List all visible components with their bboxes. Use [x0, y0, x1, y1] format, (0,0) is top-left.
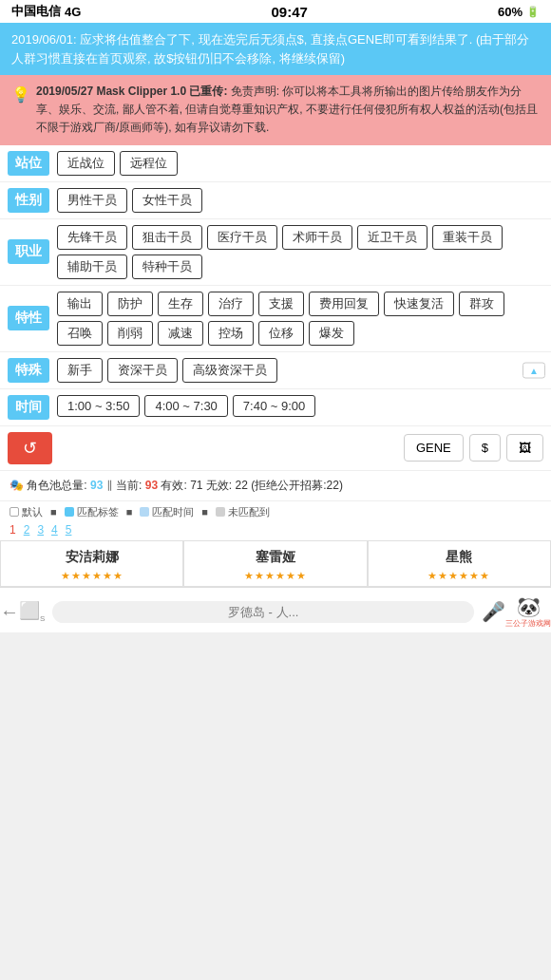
tag-control[interactable]: 控场 [208, 321, 254, 346]
gene-button[interactable]: GENE [404, 434, 464, 462]
filter-row-position: 站位 近战位 远程位 [0, 145, 551, 182]
status-bar: 中国电信 4G 09:47 60% 🔋 [0, 0, 551, 23]
tag-time-3[interactable]: 7:40 ~ 9:00 [233, 395, 315, 417]
tag-supporter[interactable]: 辅助干员 [57, 254, 127, 279]
legend-bullet-1: ■ [50, 506, 57, 518]
legend-dot-no-match [216, 507, 225, 517]
tag-caster[interactable]: 术师干员 [282, 225, 352, 250]
tag-shift[interactable]: 位移 [258, 321, 304, 346]
tag-defender[interactable]: 重装干员 [432, 225, 503, 250]
filter-panel: 站位 近战位 远程位 性别 男性干员 女性干员 职业 先锋干员 狙击干员 医疗干… [0, 145, 551, 426]
tag-fast-revive[interactable]: 快速复活 [384, 292, 454, 316]
legend-dot-match-tag [65, 507, 74, 517]
nav-tab[interactable]: ⬜S [19, 600, 45, 623]
search-input[interactable] [52, 601, 474, 623]
filter-tags-time: 1:00 ~ 3:50 4:00 ~ 7:30 7:40 ~ 9:00 [57, 395, 543, 417]
filter-tags-class: 先锋干员 狙击干员 医疗干员 术师干员 近卫干员 重装干员 辅助干员 特种干员 [57, 225, 543, 279]
tag-heal[interactable]: 治疗 [208, 292, 254, 316]
tag-senior[interactable]: 资深干员 [107, 358, 178, 383]
filter-row-time: 时间 1:00 ~ 3:50 4:00 ~ 7:30 7:40 ~ 9:00 [0, 389, 551, 426]
filter-label-time: 时间 [8, 395, 49, 420]
char-card-2[interactable]: 星熊 ★★★★★★ [369, 541, 550, 586]
tag-weaken[interactable]: 削弱 [107, 321, 153, 346]
mic-icon: 🎤 [482, 600, 505, 623]
pool-icon: 🎭 [10, 479, 24, 492]
pool-label: 角色池总量: [27, 479, 86, 492]
tag-burst[interactable]: 爆发 [309, 321, 354, 346]
brand-label: 三公子游戏网 [505, 618, 551, 629]
valid-label: 有效: [161, 479, 186, 492]
action-row: ↺ GENE $ 🖼 [0, 426, 551, 471]
notice-red-icon: 💡 [11, 83, 30, 138]
char-name-0: 安洁莉娜 [7, 549, 177, 566]
page-5[interactable]: 5 [66, 523, 72, 537]
legend-label-match-time: 匹配时间 [152, 505, 194, 519]
tag-top-senior[interactable]: 高级资深干员 [182, 358, 277, 383]
page-3[interactable]: 3 [37, 523, 44, 537]
filter-label-trait: 特性 [8, 306, 49, 330]
tag-medic[interactable]: 医疗干员 [207, 225, 277, 250]
tag-slow[interactable]: 减速 [158, 321, 203, 346]
nav-back[interactable]: ← [0, 601, 19, 623]
legend-item-default: 默认 [10, 505, 43, 519]
filter-tags-special: 新手 资深干员 高级资深干员 [57, 358, 543, 383]
current-count: 93 [145, 479, 158, 492]
filter-label-gender: 性别 [8, 188, 49, 213]
tag-defense[interactable]: 防护 [107, 292, 153, 316]
valid-count: 71 [190, 479, 202, 492]
reset-button[interactable]: ↺ [8, 432, 52, 464]
tag-guard[interactable]: 近卫干员 [357, 225, 428, 250]
invalid-count: 22 [236, 479, 248, 492]
bottom-nav: ← ⬜S 🎤 🐼 三公子游戏网 [0, 587, 551, 632]
brand-logo: 🐼 [517, 595, 541, 618]
tag-aoe[interactable]: 群攻 [459, 292, 504, 316]
char-card-1[interactable]: 塞雷娅 ★★★★★★ [184, 541, 366, 586]
filter-label-special: 特殊 [8, 358, 49, 383]
tag-near[interactable]: 近战位 [57, 151, 115, 176]
tag-far[interactable]: 远程位 [120, 151, 178, 176]
char-stars-2: ★★★★★★ [374, 570, 544, 582]
carrier-label: 中国电信 [11, 3, 61, 20]
tag-sniper[interactable]: 狙击干员 [132, 225, 202, 250]
tag-cost-recover[interactable]: 费用回复 [309, 292, 379, 316]
network-label: 4G [65, 5, 81, 19]
legend-label-default: 默认 [22, 505, 43, 519]
status-left: 中国电信 4G [11, 3, 81, 20]
tag-male[interactable]: 男性干员 [57, 188, 127, 213]
page-1[interactable]: 1 [10, 523, 16, 537]
tag-summon[interactable]: 召唤 [57, 321, 103, 346]
legend-bullet-2: ■ [126, 506, 133, 518]
scroll-up-button[interactable]: ▲ [522, 362, 545, 378]
notice-blue: 2019/06/01: 应求将估值整合了下, 现在选完后无须点$, 直接点GEN… [0, 23, 551, 75]
legend-item-match-tag: 匹配标签 [65, 505, 119, 519]
char-card-0[interactable]: 安洁莉娜 ★★★★★★ [1, 541, 182, 586]
char-name-1: 塞雷娅 [190, 549, 360, 566]
nav-brand[interactable]: 🐼 三公子游戏网 [505, 595, 551, 629]
page-2[interactable]: 2 [24, 523, 30, 537]
legend-label-match-tag: 匹配标签 [77, 505, 119, 519]
dollar-button[interactable]: $ [469, 434, 501, 462]
tag-time-1[interactable]: 1:00 ~ 3:50 [57, 395, 140, 417]
tag-support[interactable]: 支援 [258, 292, 304, 316]
char-stars-1: ★★★★★★ [190, 570, 360, 582]
tag-survive[interactable]: 生存 [158, 292, 203, 316]
filter-label-position: 站位 [8, 151, 49, 176]
image-button[interactable]: 🖼 [506, 434, 543, 462]
notice-blue-text: 2019/06/01: 应求将估值整合了下, 现在选完后无须点$, 直接点GEN… [11, 32, 529, 66]
legend-item-match-time: 匹配时间 [140, 505, 194, 519]
tag-specialist[interactable]: 特种干员 [132, 254, 202, 279]
battery-icon: 🔋 [526, 6, 540, 18]
tag-female[interactable]: 女性干员 [132, 188, 202, 213]
tag-pioneer[interactable]: 先锋干员 [57, 225, 127, 250]
recruit-note: (拒绝公开招募:22) [251, 479, 343, 492]
tag-time-2[interactable]: 4:00 ~ 7:30 [144, 395, 227, 417]
tag-output[interactable]: 输出 [57, 292, 103, 316]
filter-label-class: 职业 [8, 239, 49, 264]
nav-mic[interactable]: 🎤 [482, 600, 505, 623]
back-icon: ← [0, 601, 19, 623]
filter-section: 站位 近战位 远程位 性别 男性干员 女性干员 职业 先锋干员 狙击干员 医疗干… [0, 145, 551, 426]
legend-item-no-match: 未匹配到 [216, 505, 270, 519]
stats-bar: 🎭 角色池总量: 93 ‖ 当前: 93 有效: 71 无效: 22 (拒绝公开… [0, 471, 551, 501]
tag-rookie[interactable]: 新手 [57, 358, 103, 383]
page-4[interactable]: 4 [51, 523, 58, 537]
